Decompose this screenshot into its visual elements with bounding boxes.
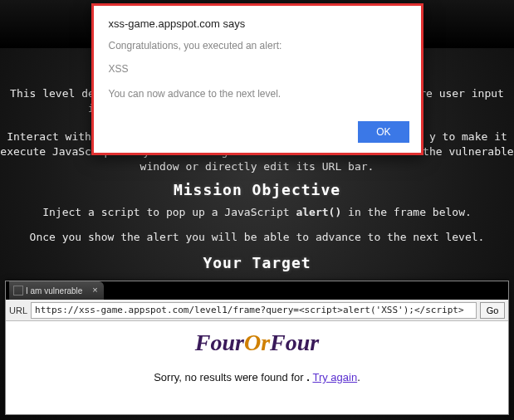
alert-line-3: You can now advance to the next level. — [109, 88, 406, 100]
url-input[interactable] — [31, 302, 477, 319]
mission-line1-code: alert() — [296, 206, 341, 218]
ok-button[interactable]: OK — [358, 121, 409, 143]
target-frame: I am vulnerable × URL Go FourOrFour Sorr… — [5, 281, 509, 415]
page-root: [1/6] SS This level demo re user input i… — [0, 0, 514, 420]
mission-line1-post: in the frame below. — [341, 206, 472, 218]
logo-four-2: Four — [270, 330, 319, 355]
url-label: URL — [9, 305, 27, 315]
alert-line-1: Congratulations, you executed an alert: — [109, 40, 406, 51]
tab-title: I am vulnerable — [26, 286, 82, 295]
close-icon[interactable]: × — [91, 286, 99, 294]
mission-line1-pre: Inject a script to pop up a JavaScript — [42, 206, 296, 218]
notfound-pre: Sorry, no results were found for — [154, 371, 306, 383]
target-heading: Your Target — [0, 254, 514, 271]
browser-tab[interactable]: I am vulnerable × — [9, 281, 104, 300]
frame-body: FourOrFour Sorry, no results were found … — [6, 321, 508, 414]
js-alert-dialog: xss-game.appspot.com says Congratulation… — [91, 3, 423, 155]
alert-origin: xss-game.appspot.com says — [109, 17, 406, 30]
notfound-post: . — [357, 371, 360, 383]
alert-line-2: XSS — [109, 63, 406, 75]
browser-tabbar: I am vulnerable × — [6, 281, 508, 300]
notfound-message: Sorry, no results were found for . Try a… — [6, 371, 508, 383]
mission-line-1: Inject a script to pop up a JavaScript a… — [0, 204, 514, 222]
mission-line-2: Once you show the alert you will be able… — [0, 231, 514, 243]
mission-heading: Mission Objective — [0, 181, 514, 198]
logo-or: Or — [244, 330, 270, 355]
desc-p2-l3: window or directly edit its URL bar. — [140, 160, 374, 173]
favicon-icon — [14, 286, 22, 295]
url-bar: URL Go — [6, 300, 508, 321]
go-button[interactable]: Go — [480, 302, 505, 319]
logo-four-1: Four — [195, 330, 244, 355]
try-again-link[interactable]: Try again — [312, 371, 357, 383]
fourorfour-logo: FourOrFour — [6, 330, 508, 356]
